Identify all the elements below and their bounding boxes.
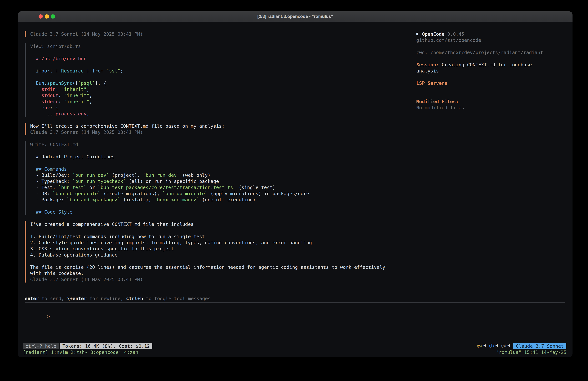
text-line: 2. Code style guidelines covering import… (30, 240, 412, 246)
text-segment: Session: (416, 62, 439, 67)
text-line: Bun.spawnSync([`psql`], { (30, 80, 412, 86)
text-segment: The file is concise (20 lines) and captu… (30, 265, 385, 270)
window-title: [2/3] radiant:3:opencode - "romulus" (18, 14, 572, 19)
text-line (416, 43, 552, 49)
text-segment: "inherit" (61, 87, 86, 92)
text-line: cwd: /home/thdxr/dev/projects/radiant/ra… (416, 49, 552, 56)
text-segment: # Radiant Project Guidelines (30, 154, 115, 159)
text-segment: github.com/sst/opencode (416, 37, 481, 43)
traffic-lights (39, 14, 55, 19)
text-line: 3. CSS styling conventions specific to t… (30, 246, 412, 252)
close-button[interactable] (39, 14, 43, 19)
text-segment: I've created a comprehensive CONTEXT.md … (30, 222, 196, 227)
text-line (30, 227, 412, 233)
text-segment: ctrl+h (126, 296, 143, 301)
text-line: No modified files (416, 105, 552, 111)
text-line: stderr: "inherit", (30, 98, 412, 105)
text-line: LSP Servers (416, 80, 552, 86)
text-segment: (project), (109, 172, 143, 178)
text-segment: (install), (120, 197, 154, 202)
text-segment: or (86, 185, 98, 190)
text-segment: : (58, 93, 64, 98)
minimize-button[interactable] (45, 14, 49, 19)
text-line (416, 92, 552, 98)
tool-output-write-context-md: Write: CONTEXT.md # Radiant Project Guid… (25, 141, 412, 215)
text-line: # Radiant Project Guidelines (30, 154, 412, 160)
text-segment: 2. Code style guidelines covering import… (30, 240, 312, 246)
text-segment: `bun run typecheck` (72, 179, 126, 184)
text-segment: { (53, 68, 61, 74)
text-segment: - Package: (30, 197, 67, 202)
text-segment: - DB: (30, 191, 53, 196)
info-count: 0 (495, 343, 498, 349)
text-segment: ## Commands (30, 166, 67, 172)
text-line (416, 86, 552, 92)
text-segment: , (89, 93, 92, 98)
text-line: I've created a comprehensive CONTEXT.md … (30, 221, 412, 227)
text-line: View: script/db.ts (30, 43, 412, 49)
text-segment: `bun run dev` (143, 172, 179, 178)
chat-history[interactable]: Claude 3.7 Sonnet (14 May 2025 03:41 PM)… (25, 31, 412, 302)
text-segment: (apply migrations) in packages/core (208, 191, 309, 196)
keybinding-help: enter to send, \+enter for newline, ctrl… (25, 295, 412, 302)
text-line: © OpenCode 0.0.45 (416, 31, 552, 37)
text-line: - TypeCheck: `bun run typecheck` (all) o… (30, 178, 412, 184)
text-segment: ... (30, 111, 56, 116)
text-segment: process.env (56, 111, 86, 116)
text-segment: 3. CSS styling conventions specific to t… (30, 246, 174, 251)
text-segment: } (84, 68, 92, 74)
text-line: Claude 3.7 Sonnet (14 May 2025 03:41 PM) (30, 31, 412, 37)
text-line: env: { (30, 105, 412, 111)
fullscreen-button[interactable] (51, 14, 55, 19)
text-line: - DB: `bun db generate` (create migratio… (30, 190, 412, 197)
lsp-diagnostics: Ⓦ 0 ⓘ 0 ⓗ 0 (477, 343, 510, 349)
prompt-caret: > (47, 314, 50, 319)
text-line: with this codebase. (30, 270, 412, 276)
text-segment: stdin (30, 87, 56, 92)
text-segment: - TypeCheck: (30, 179, 72, 184)
text-line: Session: Creating CONTEXT.md for codebas… (416, 62, 552, 74)
text-segment: Claude 3.7 Sonnet (14 May 2025 03:41 PM) (30, 277, 143, 282)
text-segment: , (86, 111, 89, 116)
text-segment: `bun db generate` (53, 191, 101, 196)
text-segment: \+enter (67, 296, 87, 301)
text-segment: `bun test packages/core/test/transaction… (98, 185, 236, 190)
tmux-window-list[interactable]: [radiant] 1:nvim 2:zsh- 3:opencode* 4:zs… (23, 349, 138, 355)
text-line (30, 74, 412, 80)
text-segment: Bun (30, 80, 44, 86)
text-segment: "inherit" (64, 93, 89, 98)
text-segment: `bunx <command>` (154, 197, 199, 202)
text-segment: - Test: (30, 185, 58, 190)
text-line: Now I'll create a comprehensive CONTEXT.… (30, 123, 412, 129)
assistant-message-summary: I've created a comprehensive CONTEXT.md … (25, 221, 412, 283)
assistant-message-header: Claude 3.7 Sonnet (14 May 2025 03:41 PM) (25, 31, 412, 37)
text-line: - Package: `bun add <package>` (install)… (30, 197, 412, 203)
text-line (30, 148, 412, 154)
tool-output-view-db-ts: View: script/db.ts #!/usr/bin/env bun im… (25, 43, 412, 117)
text-segment: 1. Build/lint/test commands including ho… (30, 234, 205, 239)
help-badge[interactable]: ctrl+? help (23, 343, 59, 349)
hint-icon: ⓗ (501, 343, 506, 349)
window-titlebar[interactable]: [2/3] radiant:3:opencode - "romulus" (18, 11, 572, 22)
text-segment: `bun add <package>` (67, 197, 120, 202)
text-segment: , (89, 99, 92, 104)
tmux-session-clock: "romulus" 15:41 14-May-25 (496, 349, 567, 355)
text-segment: Now I'll create a comprehensive CONTEXT.… (30, 123, 225, 129)
warning-count: 0 (483, 343, 486, 349)
text-segment: ; (120, 68, 123, 74)
text-segment: "inherit" (64, 99, 89, 104)
text-segment: (one-off execution) (199, 197, 256, 202)
text-segment: LSP Servers (416, 80, 447, 86)
text-segment: Write: CONTEXT.md (30, 142, 78, 147)
assistant-message-intro: Now I'll create a comprehensive CONTEXT.… (25, 123, 412, 135)
prompt-input[interactable]: > (25, 303, 565, 343)
text-segment: , (86, 87, 89, 92)
text-segment: ([ (72, 80, 78, 86)
model-badge[interactable]: Claude 3.7 Sonnet (513, 343, 566, 349)
text-line (30, 258, 412, 264)
text-line: #!/usr/bin/env bun (30, 56, 412, 62)
text-segment: to send, (39, 296, 67, 301)
text-segment: stdout (30, 93, 58, 98)
text-line: ## Commands (30, 166, 412, 172)
text-line (416, 56, 552, 62)
